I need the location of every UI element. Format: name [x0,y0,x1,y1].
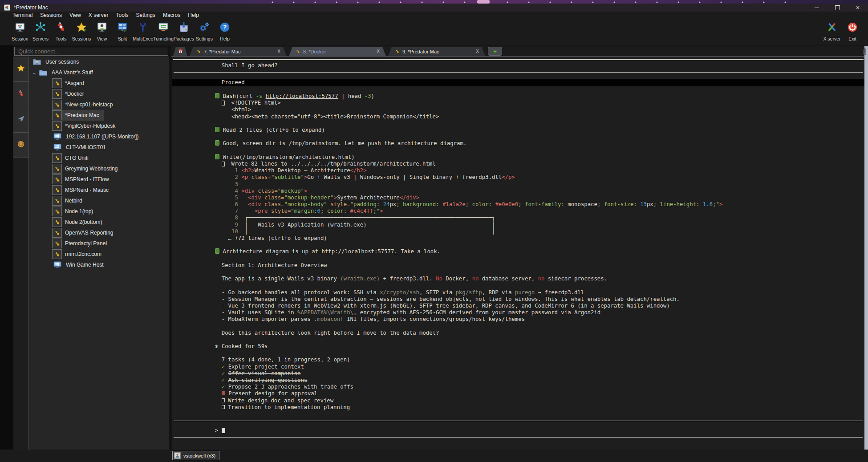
tree-item-label: OpenVAS-Reporting [65,230,114,236]
folder-icon [38,68,49,77]
toolbar-button-exit[interactable]: Exit [842,20,863,41]
tab-close-icon[interactable]: X [277,49,280,54]
green-dot-icon [215,248,219,254]
tab-close-icon[interactable]: X [377,49,380,54]
toolbar-button-packages[interactable]: Packages [174,20,194,41]
terminal-line [172,147,864,154]
toolbar-button-x-server[interactable]: X server [822,20,842,41]
toolbar-button-tools[interactable]: Tools [51,20,71,41]
terminal-line: Architecture diagram is up at http://loc… [172,248,864,255]
toolbar-button-servers[interactable]: Servers [30,20,51,41]
terminal-tab[interactable]: 7. *Predator MacX [190,47,287,56]
tree-item-label: Node 1(top) [65,208,93,215]
tree-session-item[interactable]: *Predator Mac [29,110,169,121]
tree-session-item[interactable]: *VigilCyber-Helpdesk [29,121,169,131]
dock-button-plane-icon[interactable] [13,107,28,133]
menu-item-terminal[interactable]: Terminal [12,12,32,18]
maximize-button[interactable] [827,4,848,12]
menu-item-settings[interactable]: Settings [136,12,155,18]
terminal-line: 8 ┌─────────────────────────────────────… [172,215,864,221]
menu-item-sessions[interactable]: Sessions [40,12,62,18]
new-tab-button[interactable]: + [488,47,502,56]
key-icon [52,249,62,259]
multiexec-icon [137,21,149,33]
menu-item-tools[interactable]: Tools [116,12,129,18]
terminal-line [172,255,864,262]
terminal-view[interactable]: Shall I go ahead? Proceed Bash(curl -s h… [172,57,864,450]
dock-button-globe-icon[interactable] [13,133,28,158]
terminal-line [172,444,864,450]
tree-group-folder[interactable]: ⌄AAA Vantz's Stuff [29,67,169,78]
terminal-line: 5 <div class="mockup-header">System Arch… [172,195,864,201]
tree-session-item[interactable]: MSPNerd - Mautic [29,185,169,195]
key-icon [52,174,62,184]
home-tab-button[interactable] [173,47,187,56]
window-controls: ✕ [807,4,868,12]
toolbar-button-tunneling[interactable]: Tunneling [153,20,174,41]
tree-item-label: Greyming Webhosting [65,166,118,172]
terminal-line: … +72 lines (ctrl+o to expand) [172,235,864,242]
proceed-option[interactable]: Proceed [172,79,864,86]
menu-item-view[interactable]: View [69,12,81,18]
toolbar-button-label: Settings [196,36,213,41]
cursor-block [222,428,225,433]
dock-button-knife-icon[interactable] [13,82,28,107]
tree-session-item[interactable]: *Docker [29,89,169,99]
tab-close-icon[interactable]: X [476,49,479,54]
quick-connect-input[interactable] [14,47,168,56]
tree-session-item[interactable]: *Asgard [29,78,169,89]
view-icon [96,21,108,33]
terminal-line [172,242,864,248]
tree-session-item[interactable]: Win Game Host [29,259,169,270]
tree-session-item[interactable]: Netbird [29,195,169,206]
tree-session-item[interactable]: MSPNerd - ITFlow [29,174,169,185]
tree-item-label: AAA Vantz's Stuff [52,69,93,76]
key-icon [52,239,62,248]
minimize-button[interactable] [807,4,827,12]
title-bar: *Predator Mac ✕ [0,4,868,12]
key-icon [394,49,400,54]
scrollbar-strip[interactable] [864,46,868,450]
tree-session-item[interactable]: Node 1(top) [29,206,169,217]
app-icon [4,4,10,11]
toolbar-button-session[interactable]: Session [10,20,30,41]
terminal-tab[interactable]: 8. *DockerX [289,47,386,56]
terminal-line: 1 <h2>Wraith Desktop — Architecture</h2> [172,167,864,174]
terminal-line: Read 2 files (ctrl+o to expand) [172,127,864,134]
close-button[interactable]: ✕ [848,4,868,12]
toolbar-button-sessions[interactable]: Sessions [71,20,92,41]
tree-session-item[interactable]: rmm.t2cnc.com [29,249,169,259]
menu-item-help[interactable]: Help [188,12,199,18]
sessions-tree[interactable]: User sessions⌄AAA Vantz's Stuff*Asgard*D… [29,57,169,450]
tree-item-label: Netbird [65,198,82,204]
terminal-line [172,269,864,276]
tree-session-item[interactable]: Node 2(bottom) [29,217,169,227]
terminal-line: Present design for approval [172,390,864,397]
tree-session-item[interactable]: Pterodactyl Panel [29,238,169,249]
toolbar-right-group: X serverExit [822,20,863,41]
toolbar-button-help[interactable]: ?Help [215,20,235,41]
terminal-line: - Session Manager is the central abstrac… [172,296,864,303]
tree-session-item[interactable]: 192.168.1.107 ([UPS-Monitor]) [29,131,169,142]
paperclip-icon[interactable] [862,48,867,56]
toolbar-button-split[interactable]: Split [112,20,133,41]
tree-root-user-sessions[interactable]: User sessions [29,57,169,67]
menu-item-macros[interactable]: Macros [163,12,180,18]
plane-icon [16,114,25,125]
user-session-button[interactable]: vstockwell (x3) [172,451,219,460]
terminal-tab[interactable]: 9. *Predator MacX [388,47,485,56]
tree-session-item[interactable]: OpenVAS-Reporting [29,227,169,238]
chevron-down-icon[interactable]: ⌄ [31,70,38,76]
toolbar-button-view[interactable]: View [92,20,112,41]
tree-session-item[interactable]: CTG Unifi [29,153,169,163]
dock-button-star-icon[interactable] [13,57,28,82]
tree-session-item[interactable]: Greyming Webhosting [29,163,169,174]
tree-session-item[interactable]: CLT-VMHOST01 [29,142,169,153]
tree-item-label: Win Game Host [66,262,104,268]
toolbar-button-multiexec[interactable]: MultiExec [133,20,153,41]
toolbar-button-label: Help [220,36,230,41]
session-icon [14,21,26,33]
tree-session-item[interactable]: *New-cp01-heistacp [29,99,169,110]
menu-item-x-server[interactable]: X server [89,12,109,18]
toolbar-button-settings[interactable]: Settings [194,20,215,41]
